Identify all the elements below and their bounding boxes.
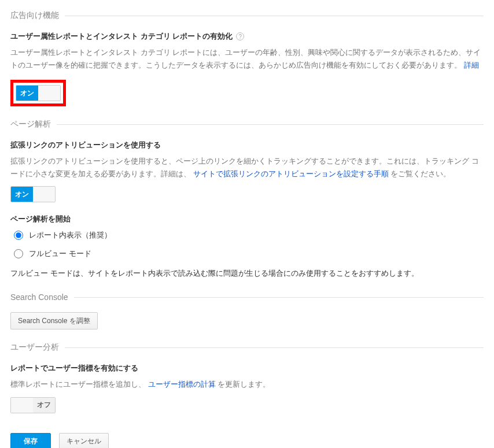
enhanced-link-description: 拡張リンクのアトリビューションを使用すると、ページ上のリンクを細かくトラッキング… [10, 155, 484, 180]
subsection-start-analytics: ページ解析を開始 レポート内表示（推奨） フルビュー モード フルビュー モード… [10, 214, 484, 280]
fullview-note: フルビュー モードは、サイトをレポート内表示で読み込む際に問題が生じる場合にのみ… [10, 267, 484, 280]
user-metrics-desc-prefix: 標準レポートにユーザー指標を追加し、 [10, 380, 146, 388]
demographics-toggle[interactable]: オン [16, 85, 61, 101]
radio-fullview-label: フルビュー モード [29, 249, 91, 259]
toggle-on-slot [11, 398, 33, 413]
cancel-button[interactable]: キャンセル [59, 433, 109, 448]
demographics-description: ユーザー属性レポートとインタレスト カテゴリ レポートには、ユーザーの年齢、性別… [10, 46, 484, 72]
toggle-on-label: オン [11, 187, 33, 202]
start-mode-radio-group: レポート内表示（推奨） フルビュー モード [14, 230, 484, 259]
radio-option-fullview[interactable]: フルビュー モード [14, 249, 484, 259]
section-page-analytics: ページ解析 拡張リンクのアトリビューションを使用する 拡張リンクのアトリビューシ… [10, 119, 484, 280]
user-metrics-heading: レポートでユーザー指標を有効にする [10, 363, 484, 373]
section-title-search-console: Search Console [10, 293, 68, 302]
demographics-heading: ユーザー属性レポートとインタレスト カテゴリ レポートの有効化 [10, 31, 233, 42]
enhanced-link-setup-link[interactable]: サイトで拡張リンクのアトリビューションを設定する手順 [193, 169, 389, 178]
radio-inreport-label: レポート内表示（推奨） [29, 230, 112, 240]
demographics-heading-row: ユーザー属性レポートとインタレスト カテゴリ レポートの有効化 ? [10, 31, 484, 42]
section-user-analysis: ユーザー分析 レポートでユーザー指標を有効にする 標準レポートにユーザー指標を追… [10, 342, 484, 414]
toggle-off-slot [38, 86, 60, 101]
highlight-box: オン [10, 80, 66, 106]
section-title-row: ユーザー分析 [10, 342, 484, 353]
section-title-page-analytics: ページ解析 [10, 119, 51, 129]
start-analytics-heading: ページ解析を開始 [10, 214, 484, 224]
section-title-row: ページ解析 [10, 119, 484, 129]
radio-option-inreport[interactable]: レポート内表示（推奨） [14, 230, 484, 240]
save-button[interactable]: 保存 [10, 433, 51, 448]
section-search-console: Search Console Search Console を調整 [10, 293, 484, 329]
section-title-row: Search Console [10, 293, 484, 302]
user-metrics-calc-link[interactable]: ユーザー指標の計算 [148, 380, 216, 388]
subsection-demographics: ユーザー属性レポートとインタレスト カテゴリ レポートの有効化 ? ユーザー属性… [10, 31, 484, 106]
radio-inreport-input[interactable] [14, 231, 23, 240]
demographics-description-text: ユーザー属性レポートとインタレスト カテゴリ レポートには、ユーザーの年齢、性別… [10, 48, 481, 69]
demographics-detail-link[interactable]: 詳細 [464, 61, 479, 69]
section-title-ads: 広告向け機能 [10, 10, 59, 21]
enhanced-link-description-tail: をご覧ください。 [390, 169, 451, 178]
subsection-enhanced-link: 拡張リンクのアトリビューションを使用する 拡張リンクのアトリビューションを使用す… [10, 140, 484, 202]
divider [57, 124, 484, 125]
toggle-off-slot [33, 187, 55, 202]
section-ads: 広告向け機能 ユーザー属性レポートとインタレスト カテゴリ レポートの有効化 ?… [10, 10, 484, 106]
divider [74, 297, 484, 298]
divider [65, 347, 484, 348]
section-title-user-analysis: ユーザー分析 [10, 342, 59, 353]
toggle-on-label: オン [16, 86, 38, 101]
section-title-row: 広告向け機能 [10, 10, 484, 21]
subsection-user-metrics: レポートでユーザー指標を有効にする 標準レポートにユーザー指標を追加し、 ユーザ… [10, 363, 484, 414]
help-icon[interactable]: ? [236, 32, 244, 40]
toggle-off-label: オフ [33, 398, 55, 413]
footer-buttons: 保存 キャンセル [10, 433, 484, 448]
enhanced-link-toggle[interactable]: オン [10, 186, 56, 202]
user-metrics-toggle[interactable]: オフ [10, 397, 56, 413]
user-metrics-description: 標準レポートにユーザー指標を追加し、 ユーザー指標の計算 を更新します。 [10, 378, 484, 391]
search-console-adjust-button[interactable]: Search Console を調整 [10, 312, 98, 329]
radio-fullview-input[interactable] [14, 249, 23, 258]
divider [65, 16, 484, 16]
enhanced-link-heading: 拡張リンクのアトリビューションを使用する [10, 140, 484, 150]
user-metrics-desc-suffix: を更新します。 [217, 380, 270, 388]
